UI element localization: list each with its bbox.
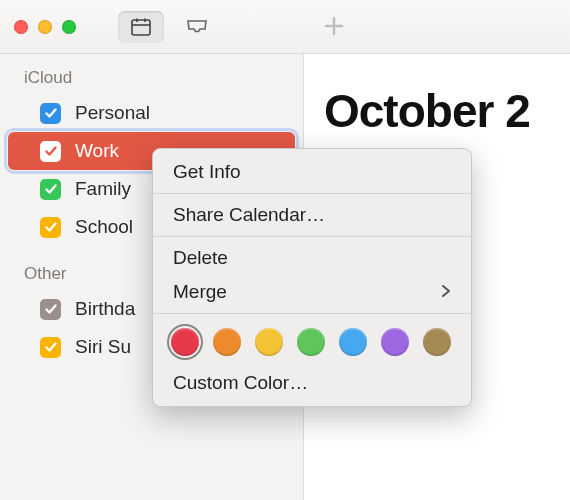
calendar-label: Personal <box>75 102 150 124</box>
menu-separator <box>153 193 471 194</box>
zoom-window-button[interactable] <box>62 20 76 34</box>
sidebar-calendar-item[interactable]: Personal <box>0 94 303 132</box>
calendar-checkbox[interactable] <box>40 299 61 320</box>
calendar-checkbox[interactable] <box>40 141 61 162</box>
calendar-label: Family <box>75 178 131 200</box>
menu-share-calendar[interactable]: Share Calendar… <box>153 198 471 232</box>
calendar-label: School <box>75 216 133 238</box>
calendar-icon <box>130 17 152 37</box>
menu-delete[interactable]: Delete <box>153 241 471 275</box>
color-swatch[interactable] <box>339 328 367 356</box>
menu-get-info[interactable]: Get Info <box>153 155 471 189</box>
calendar-checkbox[interactable] <box>40 337 61 358</box>
calendar-label: Birthda <box>75 298 135 320</box>
menu-delete-label: Delete <box>173 247 228 269</box>
calendar-label: Siri Su <box>75 336 131 358</box>
menu-custom-color[interactable]: Custom Color… <box>153 366 471 400</box>
menu-separator <box>153 236 471 237</box>
menu-share-label: Share Calendar… <box>173 204 325 226</box>
close-window-button[interactable] <box>14 20 28 34</box>
menu-merge[interactable]: Merge <box>153 275 471 309</box>
calendar-checkbox[interactable] <box>40 103 61 124</box>
add-event-button[interactable] <box>322 14 346 38</box>
color-swatch[interactable] <box>423 328 451 356</box>
menu-separator <box>153 313 471 314</box>
color-swatch[interactable] <box>213 328 241 356</box>
window-titlebar <box>0 0 570 54</box>
svg-rect-0 <box>132 20 150 35</box>
menu-merge-label: Merge <box>173 281 227 303</box>
color-swatch[interactable] <box>255 328 283 356</box>
inbox-button[interactable] <box>174 11 220 43</box>
inbox-icon <box>185 18 209 36</box>
menu-custom-color-label: Custom Color… <box>173 372 308 394</box>
calendar-context-menu: Get Info Share Calendar… Delete Merge Cu… <box>152 148 472 407</box>
traffic-lights <box>14 20 76 34</box>
menu-get-info-label: Get Info <box>173 161 241 183</box>
color-swatch[interactable] <box>297 328 325 356</box>
menu-color-row <box>153 318 471 366</box>
chevron-right-icon <box>441 281 451 303</box>
month-heading: October 2 <box>324 84 530 138</box>
color-swatch[interactable] <box>381 328 409 356</box>
sidebar-section-title: iCloud <box>0 64 303 94</box>
calendar-checkbox[interactable] <box>40 179 61 200</box>
minimize-window-button[interactable] <box>38 20 52 34</box>
calendar-label: Work <box>75 140 119 162</box>
calendars-toggle-button[interactable] <box>118 11 164 43</box>
color-swatch[interactable] <box>171 328 199 356</box>
calendar-checkbox[interactable] <box>40 217 61 238</box>
